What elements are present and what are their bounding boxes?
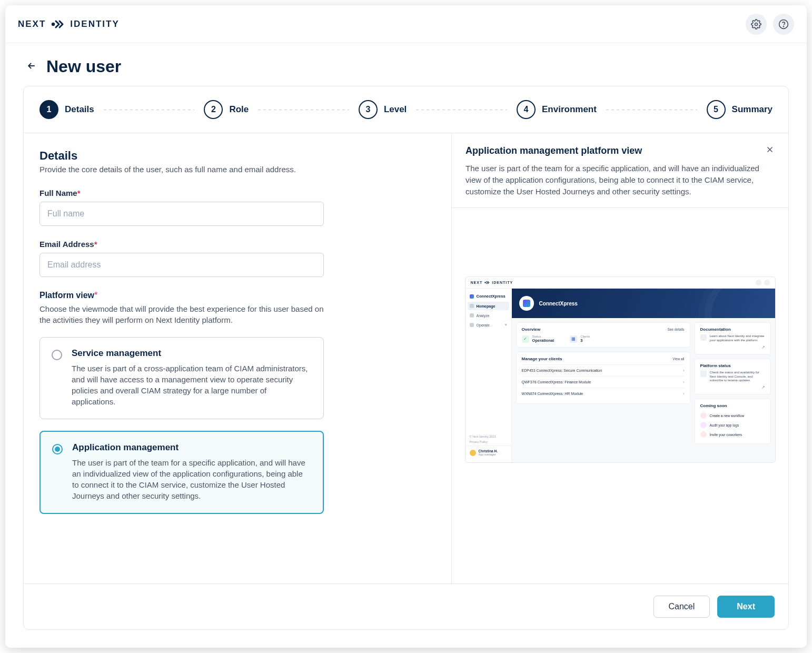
platform-view-label: Platform view: [39, 291, 94, 300]
section-subtitle: Provide the core details of the user, su…: [39, 165, 435, 174]
page-title: New user: [46, 57, 121, 76]
step-environment[interactable]: 4 Environment: [517, 100, 597, 119]
step-summary[interactable]: 5 Summary: [707, 100, 773, 119]
settings-button[interactable]: [746, 14, 767, 35]
full-name-input[interactable]: [39, 202, 324, 226]
form-footer: Cancel Next: [24, 583, 788, 629]
app-preview: NEXT IDENTITY ConnectXpress Homepage: [465, 276, 776, 463]
email-input[interactable]: [39, 253, 324, 277]
chevron-right-icon: ›: [683, 368, 685, 373]
preview-description: The user is part of the team for a speci…: [452, 163, 788, 208]
help-button[interactable]: [773, 14, 794, 35]
preview-title: Application management platform view: [466, 145, 642, 156]
email-label: Email Address*: [39, 240, 324, 249]
app-logo-icon: [523, 300, 530, 307]
preview-nav-item: Homepage: [468, 302, 509, 310]
close-icon: [765, 145, 775, 154]
radio-icon: [52, 350, 62, 360]
brand-icon: [51, 19, 65, 29]
platform-view-help: Choose the viewmode that will provide th…: [39, 303, 334, 325]
radio-icon: [52, 444, 63, 454]
svg-point-0: [52, 22, 55, 25]
svg-point-3: [784, 26, 784, 26]
header: NEXT IDENTITY: [5, 5, 807, 43]
sliders-icon: [470, 323, 474, 327]
chart-icon: [470, 313, 474, 318]
option-title: Service management: [72, 348, 312, 359]
preview-coming-soon-card: Coming soon Create a new workflow Audit …: [695, 399, 771, 444]
chevron-right-icon: ›: [683, 391, 685, 396]
check-icon: ✓: [522, 335, 529, 343]
preview-user: Christina H. App manager: [466, 446, 511, 459]
help-icon: [764, 280, 770, 285]
invite-icon: [700, 431, 707, 438]
close-preview-button[interactable]: [765, 145, 775, 156]
step-level[interactable]: 3 Level: [359, 100, 407, 119]
preview-documentation-card: Documentation Learn about Next Identity …: [695, 322, 771, 354]
option-service-management[interactable]: Service management The user is part of a…: [39, 337, 324, 419]
gear-icon: [751, 19, 761, 29]
option-desc: The user is part of a cross-application …: [72, 363, 312, 407]
heartbeat-icon: [700, 371, 707, 377]
grid-icon: ▦: [570, 335, 577, 343]
preview-status-card: Platform status Check the status and ava…: [695, 359, 771, 394]
svg-point-1: [755, 23, 758, 25]
chevron-right-icon: ›: [683, 380, 685, 384]
back-button[interactable]: [26, 61, 37, 73]
home-icon: [470, 304, 474, 308]
stepper: 1 Details 2 Role 3 Level 4 Environment 5…: [24, 86, 788, 133]
step-role[interactable]: 2 Role: [204, 100, 249, 119]
preview-panel: Application management platform view The…: [452, 133, 788, 583]
option-application-management[interactable]: Application management The user is part …: [39, 431, 324, 514]
form-panel: Details Provide the core details of the …: [24, 133, 452, 583]
preview-hero: ConnectXpress: [512, 289, 775, 318]
gear-icon: [756, 280, 761, 285]
external-link-icon: ↗: [700, 385, 765, 390]
workflow-icon: [700, 412, 707, 419]
full-name-label: Full Name*: [39, 189, 324, 197]
section-title: Details: [39, 149, 435, 163]
svg-point-4: [485, 282, 486, 283]
brand-logo: NEXT IDENTITY: [18, 19, 120, 29]
audit-icon: [700, 422, 707, 428]
option-desc: The user is part of the team for a speci…: [72, 457, 311, 501]
preview-clients-card: Manage your clientsView all EDP453 Conne…: [516, 352, 690, 404]
cancel-button[interactable]: Cancel: [653, 596, 710, 618]
help-icon: [778, 19, 789, 29]
avatar-icon: [470, 450, 476, 456]
step-details[interactable]: 1 Details: [39, 100, 94, 119]
book-icon: [700, 334, 707, 341]
next-button[interactable]: Next: [717, 596, 775, 618]
option-title: Application management: [72, 442, 311, 453]
preview-nav-item: Operate▾: [466, 321, 511, 329]
preview-nav-item: Analyze: [466, 311, 511, 320]
preview-overview-card: OverviewSee details ✓StatusOperational ▦…: [516, 322, 690, 348]
preview-brand: NEXT IDENTITY: [471, 281, 513, 284]
external-link-icon: ↗: [700, 345, 765, 350]
arrow-left-icon: [26, 61, 37, 71]
preview-app-switcher: ConnectXpress: [466, 292, 511, 301]
